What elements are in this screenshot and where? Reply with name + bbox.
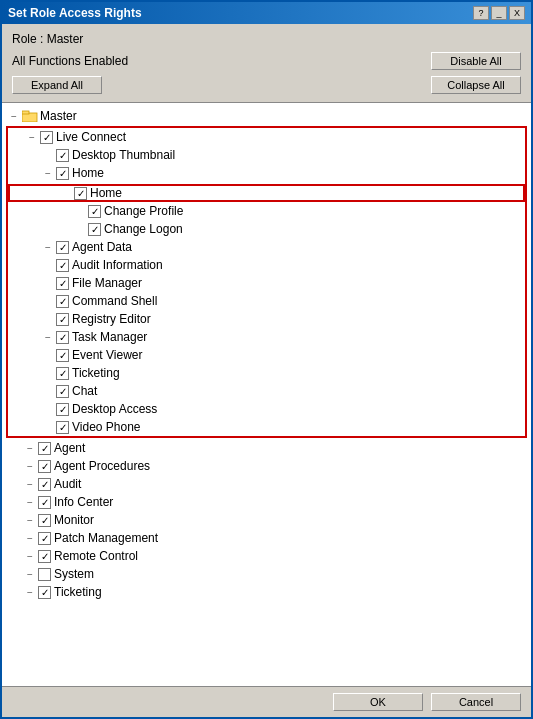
item-label-live-connect: Live Connect (56, 130, 126, 144)
tree-item-agent[interactable]: −Agent (6, 439, 527, 457)
item-label-agent-procedures: Agent Procedures (54, 459, 150, 473)
root-label: Master (40, 109, 77, 123)
help-button[interactable]: ? (473, 6, 489, 20)
checkbox[interactable] (38, 496, 51, 509)
checkbox[interactable] (56, 385, 69, 398)
checkbox[interactable] (56, 331, 69, 344)
close-button[interactable]: X (509, 6, 525, 20)
item-label-command-shell: Command Shell (72, 294, 157, 308)
checkbox[interactable] (38, 442, 51, 455)
checkbox[interactable] (56, 421, 69, 434)
checkbox[interactable] (56, 241, 69, 254)
tree-item-change-profile[interactable]: Change Profile (8, 202, 525, 220)
tree-item-live-connect[interactable]: −Live Connect (8, 128, 525, 146)
tree-item-patch-management[interactable]: −Patch Management (6, 529, 527, 547)
expander-live-connect[interactable]: − (24, 129, 40, 145)
item-label-remote-control: Remote Control (54, 549, 138, 563)
checkbox[interactable] (38, 460, 51, 473)
tree-item-ticketing-lc[interactable]: Ticketing (8, 364, 525, 382)
checkbox[interactable] (74, 187, 87, 200)
tree-item-info-center[interactable]: −Info Center (6, 493, 527, 511)
tree-item-home-child[interactable]: Home (8, 184, 525, 202)
expander-audit[interactable]: − (22, 476, 38, 492)
item-label-ticketing: Ticketing (54, 585, 102, 599)
tree-item-audit[interactable]: −Audit (6, 475, 527, 493)
tree-item-agent-procedures[interactable]: −Agent Procedures (6, 457, 527, 475)
expander-ticketing[interactable]: − (22, 584, 38, 600)
expander-remote-control[interactable]: − (22, 548, 38, 564)
tree-item-registry-editor[interactable]: Registry Editor (8, 310, 525, 328)
expander-change-profile (72, 203, 88, 219)
tree-item-event-viewer[interactable]: Event Viewer (8, 346, 525, 364)
expander-home-parent[interactable]: − (40, 165, 56, 181)
item-label-chat: Chat (72, 384, 97, 398)
buttons-row: Expand All Collapse All (12, 76, 521, 94)
root-folder-icon (22, 109, 38, 123)
item-label-audit-information: Audit Information (72, 258, 163, 272)
expander-ticketing-lc (40, 365, 56, 381)
expander-monitor[interactable]: − (22, 512, 38, 528)
title-bar: Set Role Access Rights ? _ X (2, 2, 531, 24)
item-label-event-viewer: Event Viewer (72, 348, 142, 362)
minimize-button[interactable]: _ (491, 6, 507, 20)
svg-rect-1 (22, 111, 29, 114)
item-label-home-parent: Home (72, 166, 104, 180)
checkbox[interactable] (56, 259, 69, 272)
tree-item-ticketing[interactable]: −Ticketing (6, 583, 527, 601)
expander-agent[interactable]: − (22, 440, 38, 456)
expander-audit-information (40, 257, 56, 273)
ok-button[interactable]: OK (333, 693, 423, 711)
item-label-audit: Audit (54, 477, 81, 491)
expander-agent-data[interactable]: − (40, 239, 56, 255)
checkbox[interactable] (56, 367, 69, 380)
expander-task-manager[interactable]: − (40, 329, 56, 345)
item-label-agent-data: Agent Data (72, 240, 132, 254)
root-expander[interactable]: − (6, 108, 22, 124)
tree-item-desktop-thumbnail[interactable]: Desktop Thumbnail (8, 146, 525, 164)
expander-info-center[interactable]: − (22, 494, 38, 510)
tree-item-task-manager[interactable]: −Task Manager (8, 328, 525, 346)
collapse-all-button[interactable]: Collapse All (431, 76, 521, 94)
tree-item-chat[interactable]: Chat (8, 382, 525, 400)
expander-file-manager (40, 275, 56, 291)
checkbox[interactable] (38, 514, 51, 527)
checkbox[interactable] (38, 550, 51, 563)
checkbox[interactable] (38, 532, 51, 545)
checkbox[interactable] (56, 149, 69, 162)
expand-all-button[interactable]: Expand All (12, 76, 102, 94)
cancel-button[interactable]: Cancel (431, 693, 521, 711)
item-label-video-phone: Video Phone (72, 420, 141, 434)
item-label-change-profile: Change Profile (104, 204, 183, 218)
tree-item-monitor[interactable]: −Monitor (6, 511, 527, 529)
checkbox[interactable] (38, 568, 51, 581)
disable-all-button[interactable]: Disable All (431, 52, 521, 70)
tree-item-change-logon[interactable]: Change Logon (8, 220, 525, 238)
tree-item-command-shell[interactable]: Command Shell (8, 292, 525, 310)
checkbox[interactable] (56, 167, 69, 180)
tree-item-remote-control[interactable]: −Remote Control (6, 547, 527, 565)
checkbox[interactable] (38, 586, 51, 599)
checkbox[interactable] (56, 313, 69, 326)
checkbox[interactable] (38, 478, 51, 491)
tree-item-home-parent[interactable]: −Home (8, 164, 525, 182)
checkbox[interactable] (56, 403, 69, 416)
checkbox[interactable] (88, 205, 101, 218)
tree-area[interactable]: − Master −Live ConnectDesktop Thumbnail−… (2, 103, 531, 686)
tree-item-agent-data[interactable]: −Agent Data (8, 238, 525, 256)
checkbox[interactable] (56, 295, 69, 308)
item-label-task-manager: Task Manager (72, 330, 147, 344)
expander-system[interactable]: − (22, 566, 38, 582)
checkbox[interactable] (56, 349, 69, 362)
item-label-patch-management: Patch Management (54, 531, 158, 545)
expander-agent-procedures[interactable]: − (22, 458, 38, 474)
tree-item-desktop-access[interactable]: Desktop Access (8, 400, 525, 418)
tree-item-system[interactable]: −System (6, 565, 527, 583)
tree-item-video-phone[interactable]: Video Phone (8, 418, 525, 436)
tree-item-audit-information[interactable]: Audit Information (8, 256, 525, 274)
tree-root[interactable]: − Master (6, 107, 527, 125)
checkbox[interactable] (56, 277, 69, 290)
expander-patch-management[interactable]: − (22, 530, 38, 546)
checkbox[interactable] (40, 131, 53, 144)
checkbox[interactable] (88, 223, 101, 236)
tree-item-file-manager[interactable]: File Manager (8, 274, 525, 292)
